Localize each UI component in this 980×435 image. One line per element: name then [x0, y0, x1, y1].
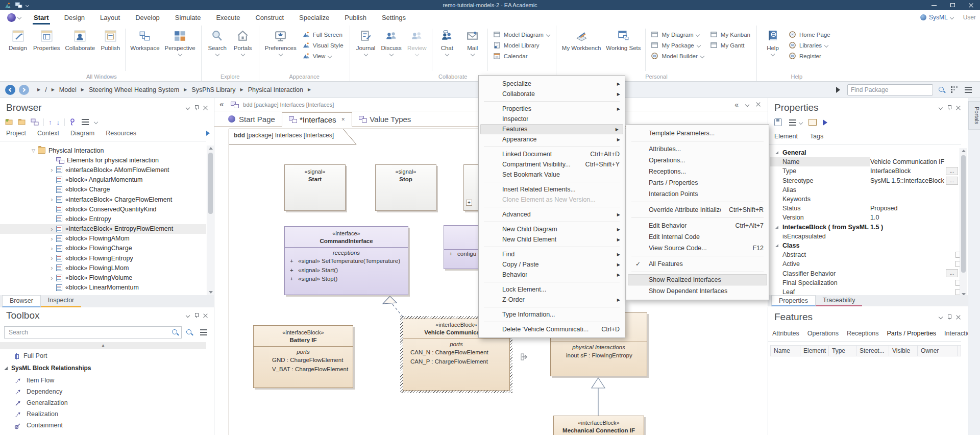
next-element-icon[interactable]: [823, 119, 827, 126]
toolbox-menu-icon[interactable]: [200, 332, 207, 333]
my-package-button[interactable]: My Package: [651, 41, 703, 49]
tree-item[interactable]: «block» Charge: [0, 185, 206, 195]
minimize-button[interactable]: [925, 0, 943, 10]
property-row[interactable]: General ...: [770, 148, 961, 157]
browser-tab[interactable]: Project: [6, 130, 26, 139]
tree-expander-icon[interactable]: [48, 235, 56, 243]
help-button[interactable]: Help: [760, 27, 786, 56]
column-header[interactable]: Name: [771, 346, 800, 356]
element-signal-start[interactable]: «signal» Start: [284, 164, 346, 211]
context-menu-item[interactable]: Inspector ▶: [479, 114, 625, 124]
ribbon-tab[interactable]: Construct: [248, 10, 291, 25]
design-button[interactable]: Design: [5, 27, 31, 51]
toolbox-item-full-port[interactable]: Full Port: [0, 350, 206, 361]
ribbon-tab[interactable]: Publish: [337, 10, 374, 25]
portals-button[interactable]: Portals: [230, 27, 256, 56]
browser-tab[interactable]: Context: [37, 130, 59, 139]
ribbon-tab[interactable]: Simulate: [167, 10, 209, 25]
submenu-item[interactable]: Attributes... ▶: [626, 143, 769, 155]
context-menu-item[interactable]: ▶: [479, 205, 625, 209]
context-menu-item[interactable]: Behavior ▶: [479, 270, 625, 280]
tree-item[interactable]: Elements for physical interaction: [0, 155, 206, 165]
property-row[interactable]: Version 1.0 ...: [770, 213, 961, 222]
submenu-item[interactable]: Edit Internal Code ▶: [626, 231, 769, 243]
submenu-item[interactable]: ▶: [626, 200, 769, 204]
collaborate-button[interactable]: Collaborate: [62, 27, 97, 51]
column-header[interactable]: Type: [829, 346, 856, 356]
move-down-icon[interactable]: ↓: [57, 118, 60, 126]
property-row[interactable]: Active ...: [770, 259, 961, 269]
element-command-interface[interactable]: «interface» CommandInterface receptions …: [284, 226, 408, 295]
tree-item[interactable]: «block» FlowingVolume: [0, 273, 206, 282]
chat-button[interactable]: Chat: [434, 27, 460, 56]
tree-item[interactable]: «block» FlowingAMom: [0, 234, 206, 244]
my-kanban-button[interactable]: My Kanban: [710, 31, 750, 38]
property-row[interactable]: Alias ...: [770, 185, 961, 195]
tree-item[interactable]: «interfaceBlock» ChargeFlowElement: [0, 195, 206, 204]
quick-access-caret-icon[interactable]: [26, 3, 29, 7]
toolbox-item[interactable]: Containment: [0, 420, 206, 431]
appearance-icon[interactable]: [808, 119, 817, 126]
ribbon-tab[interactable]: Design: [57, 10, 92, 25]
submenu-item[interactable]: Interaction Points ▶: [626, 188, 769, 200]
review-button[interactable]: Review: [404, 27, 430, 56]
column-header[interactable]: Element: [800, 346, 829, 356]
context-menu-item[interactable]: Linked Document Ctrl+Alt+D ▶: [479, 149, 625, 159]
submenu-item[interactable]: ▶: [626, 139, 769, 143]
ribbon-tab[interactable]: Specialize: [291, 10, 337, 25]
ribbon-tab[interactable]: Develop: [128, 10, 167, 25]
search-button[interactable]: Search: [205, 27, 230, 56]
model-builder-button[interactable]: Model Builder: [651, 52, 703, 60]
toolbox-section-header[interactable]: SysML Block Relationships: [0, 362, 206, 374]
discuss-button[interactable]: Discuss: [379, 27, 404, 56]
property-row[interactable]: Classifier Behavior ...: [770, 269, 961, 278]
toolbox-find-icon[interactable]: [186, 329, 193, 336]
column-header[interactable]: Owner: [918, 346, 958, 356]
tree-expander-icon[interactable]: [48, 264, 56, 272]
submenu-item[interactable]: Show Dependent Interfaces ▶: [626, 285, 769, 297]
context-menu-item[interactable]: ▶: [479, 320, 625, 324]
ellipsis-button[interactable]: ...: [946, 177, 958, 185]
breadcrumb-item[interactable]: SysPhS Library: [179, 86, 235, 93]
property-row[interactable]: Name Vehicle Communication IF ...: [770, 157, 961, 166]
tree-item[interactable]: «block» LinearMomentum: [0, 283, 206, 293]
publish-button[interactable]: Publish: [97, 27, 123, 51]
toolbox-item[interactable]: Item Flow: [0, 375, 206, 386]
find-package-input[interactable]: [847, 84, 933, 95]
perspective-selector[interactable]: SysML: [920, 14, 953, 21]
preferences-button[interactable]: Preferences: [262, 27, 299, 56]
toolbox-pin-icon[interactable]: [194, 313, 198, 318]
visual-style-button[interactable]: Visual Style: [302, 41, 344, 49]
context-menu-item[interactable]: ▶: [479, 305, 625, 309]
calendar-button[interactable]: Calendar: [493, 52, 550, 60]
submenu-item[interactable]: Show Realized Interfaces ▶: [628, 274, 767, 285]
tree-expander-icon[interactable]: [48, 225, 56, 233]
context-menu-item[interactable]: ▶: [479, 144, 625, 149]
property-row[interactable]: Abstract ...: [770, 250, 961, 259]
find-search-icon[interactable]: [938, 86, 945, 93]
app-menu-caret-icon[interactable]: [17, 15, 21, 19]
property-value[interactable]: 1.0: [870, 214, 961, 221]
model-diagram-button[interactable]: Model Diagram: [493, 31, 550, 38]
tree-expander-icon[interactable]: [48, 196, 56, 203]
browser-scrollbar[interactable]: [207, 146, 214, 295]
features-tab[interactable]: Attributes: [772, 330, 799, 340]
properties-tab[interactable]: Element: [774, 133, 798, 142]
tree-item[interactable]: Physical Interaction: [0, 146, 206, 155]
submenu-item[interactable]: Edit Behavior Ctrl+Alt+7 ▶: [626, 220, 769, 231]
collapse-left-icon[interactable]: «: [219, 100, 224, 108]
tree-item[interactable]: «block» FlowingLMom: [0, 263, 206, 273]
context-menu-item[interactable]: ▶: [479, 280, 625, 284]
context-menu-item[interactable]: Clone Element as New Version... ▶: [479, 195, 625, 205]
browser-tab[interactable]: Diagram: [70, 130, 94, 139]
context-menu-item[interactable]: ▶: [479, 99, 625, 104]
grid-view-icon[interactable]: [950, 86, 959, 94]
toolbox-close-icon[interactable]: [203, 313, 208, 318]
features-pin-icon[interactable]: [947, 315, 951, 320]
move-up-icon[interactable]: ↑: [48, 118, 52, 126]
properties-close-icon[interactable]: [956, 106, 961, 110]
tab-start-page[interactable]: Start Page: [222, 112, 282, 126]
tree-item[interactable]: «block» FlowingCharge: [0, 244, 206, 253]
dock-tab[interactable]: Properties: [771, 295, 816, 306]
browser-menu-caret-icon[interactable]: [94, 120, 98, 124]
